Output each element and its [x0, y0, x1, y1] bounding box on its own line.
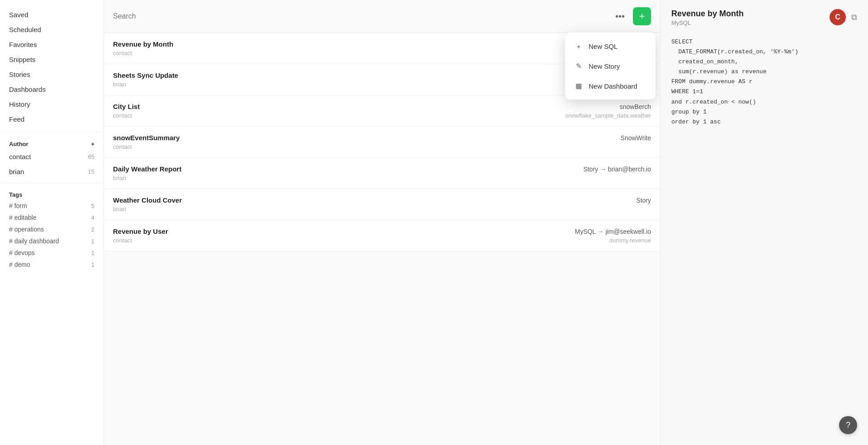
search-input[interactable]	[113, 12, 612, 20]
tag-item[interactable]: # daily dashboard1	[0, 235, 104, 247]
author-items: contact65brian15	[0, 149, 104, 179]
sidebar-nav: SavedScheduledFavoritesSnippetsStoriesDa…	[0, 7, 104, 127]
dropdown-icon: ✎	[574, 62, 583, 71]
query-name: Revenue by User	[113, 227, 168, 235]
author-section-title: Author +	[0, 136, 104, 149]
sidebar: SavedScheduledFavoritesSnippetsStoriesDa…	[0, 0, 104, 445]
query-sub-left: brian	[113, 206, 126, 213]
code-block: SELECT DATE_FORMAT(r.created_on, '%Y-%m'…	[660, 30, 868, 445]
query-name: Sheets Sync Update	[113, 71, 178, 79]
help-button[interactable]: ?	[839, 416, 857, 434]
dropdown-item-new-story[interactable]: ✎New Story	[565, 56, 656, 76]
query-name: City List	[113, 103, 140, 110]
avatar: C	[830, 9, 846, 25]
query-sub-left: contact	[113, 237, 132, 244]
author-item-contact[interactable]: contact65	[0, 149, 104, 164]
query-name: Daily Weather Report	[113, 165, 181, 173]
tag-items: # form5# editable4# operations2# daily d…	[0, 200, 104, 270]
tag-item[interactable]: # form5	[0, 200, 104, 212]
query-type: MySQL → jim@seekwell.io	[575, 228, 651, 235]
right-panel-header: Revenue by Month MySQL C ⧉	[660, 0, 868, 30]
right-panel-actions: C ⧉	[830, 9, 857, 25]
search-bar: ••• +	[104, 0, 660, 33]
sidebar-item-saved[interactable]: Saved	[0, 7, 104, 22]
query-type: Story → brian@berch.io	[583, 166, 651, 173]
sidebar-item-favorites[interactable]: Favorites	[0, 37, 104, 52]
right-panel: Revenue by Month MySQL C ⧉ SELECT DATE_F…	[660, 0, 868, 445]
dropdown-icon: +	[574, 42, 583, 51]
more-button[interactable]: •••	[612, 9, 628, 24]
query-item[interactable]: Daily Weather Report Story → brian@berch…	[104, 158, 660, 189]
query-item[interactable]: Weather Cloud Cover Story brian	[104, 189, 660, 220]
sidebar-item-feed[interactable]: Feed	[0, 112, 104, 127]
tag-item[interactable]: # operations2	[0, 223, 104, 235]
tag-item[interactable]: # editable4	[0, 212, 104, 223]
tag-item[interactable]: # devops1	[0, 247, 104, 259]
sidebar-item-stories[interactable]: Stories	[0, 67, 104, 82]
query-item[interactable]: Revenue by User MySQL → jim@seekwell.io …	[104, 220, 660, 251]
query-item[interactable]: City List snowBerch contact snowflake_sa…	[104, 95, 660, 127]
add-button[interactable]: +	[633, 7, 651, 25]
query-sub-left: contact	[113, 50, 132, 57]
sidebar-item-scheduled[interactable]: Scheduled	[0, 22, 104, 37]
main-content: ••• + +New SQL✎New Story▦New Dashboard R…	[104, 0, 660, 445]
query-name: Weather Cloud Cover	[113, 196, 182, 204]
query-type: snowBerch	[620, 103, 651, 110]
author-item-brian[interactable]: brian15	[0, 164, 104, 179]
query-name: Revenue by Month	[113, 40, 173, 48]
dropdown-item-new-dashboard[interactable]: ▦New Dashboard	[565, 76, 656, 96]
add-author-icon[interactable]: +	[91, 141, 94, 147]
right-panel-title: Revenue by Month	[671, 9, 744, 19]
sidebar-divider-2	[0, 183, 104, 183]
right-panel-subtitle: MySQL	[671, 19, 744, 26]
query-item[interactable]: snowEventSummary SnowWrite contact	[104, 127, 660, 158]
query-type: SnowWrite	[621, 134, 651, 142]
query-sub-left: contact	[113, 112, 132, 119]
sidebar-divider-1	[0, 132, 104, 133]
query-sub-right: dummy.revenue	[609, 237, 651, 244]
right-panel-info: Revenue by Month MySQL	[671, 9, 744, 26]
search-actions: ••• +	[612, 7, 651, 25]
tags-section-title: Tags	[0, 187, 104, 200]
query-sub-left: brian	[113, 81, 126, 88]
dropdown-menu: +New SQL✎New Story▦New Dashboard	[565, 33, 656, 99]
sidebar-item-history[interactable]: History	[0, 97, 104, 112]
dropdown-icon: ▦	[574, 81, 583, 90]
external-link-icon[interactable]: ⧉	[851, 13, 857, 22]
sidebar-item-snippets[interactable]: Snippets	[0, 52, 104, 67]
query-sub-right: snowflake_sample_data.weather	[566, 112, 651, 119]
tag-item[interactable]: # demo1	[0, 259, 104, 270]
sidebar-item-dashboards[interactable]: Dashboards	[0, 82, 104, 97]
query-type: Story	[636, 197, 651, 204]
query-sub-left: contact	[113, 143, 132, 150]
query-sub-left: brian	[113, 175, 126, 181]
dropdown-item-new-sql[interactable]: +New SQL	[565, 36, 656, 56]
query-name: snowEventSummary	[113, 134, 180, 142]
